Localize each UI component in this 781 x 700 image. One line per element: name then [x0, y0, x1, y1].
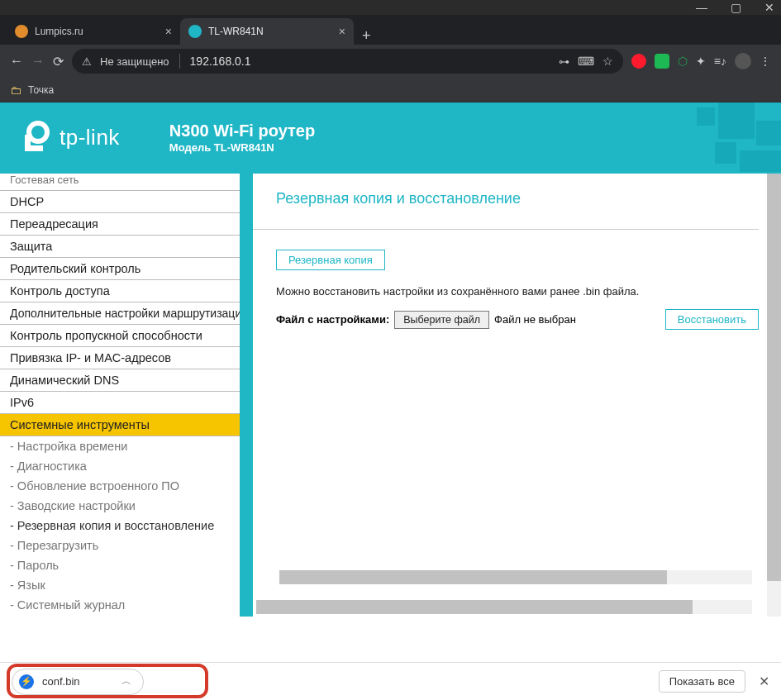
restore-hint: Можно восстановить настройки из сохранён… — [276, 285, 759, 298]
restore-button[interactable]: Восстановить — [665, 309, 759, 330]
tplink-logo: tp-link — [20, 121, 120, 154]
close-icon[interactable]: × — [339, 25, 345, 38]
show-all-downloads-button[interactable]: Показать все — [659, 670, 745, 693]
window-titlebar: — ▢ ✕ — [0, 0, 781, 15]
extension-green-icon[interactable] — [655, 54, 669, 69]
sidebar-item-ipv6[interactable]: IPv6 — [0, 392, 240, 414]
sidebar-item-dhcp[interactable]: DHCP — [0, 191, 240, 213]
folder-icon: 🗀 — [10, 83, 21, 97]
divider — [253, 229, 759, 230]
tab-favicon — [188, 25, 202, 38]
header-decoration — [665, 102, 781, 172]
profile-avatar[interactable] — [735, 53, 751, 69]
reload-button[interactable]: ⟳ — [53, 54, 64, 69]
router-body: Гостевая сеть DHCP Переадресация Защита … — [0, 172, 781, 617]
sidebar-item-routing[interactable]: Дополнительные настройки маршрутизации — [0, 302, 240, 325]
chevron-up-icon[interactable]: ︿ — [121, 674, 131, 688]
download-item[interactable]: ⚡ conf.bin ︿ — [12, 669, 144, 695]
sidebar-item-access[interactable]: Контроль доступа — [0, 280, 240, 302]
download-file-icon: ⚡ — [19, 674, 34, 689]
tplink-logo-mark — [20, 121, 53, 154]
sidebar-item-security[interactable]: Защита — [0, 236, 240, 258]
sidebar-sub-factory[interactable]: - Заводские настройки — [0, 496, 240, 516]
tab-title: TL-WR841N — [208, 26, 264, 37]
restore-row: Файл с настройками: Выберите файл Файл н… — [276, 309, 759, 330]
sidebar-sub-syslog[interactable]: - Системный журнал — [0, 595, 240, 615]
window-minimize[interactable]: — — [696, 1, 707, 14]
new-tab-button[interactable]: + — [354, 27, 379, 45]
browser-tab-1[interactable]: TL-WR841N × — [180, 18, 354, 45]
close-icon[interactable]: × — [165, 25, 172, 38]
tab-strip: Lumpics.ru × TL-WR841N × + — [0, 15, 781, 45]
bookmark-star-icon[interactable]: ☆ — [602, 55, 613, 68]
svg-rect-2 — [25, 145, 43, 151]
security-label: Не защищено — [100, 55, 169, 68]
url-input[interactable] — [190, 55, 550, 68]
page-heading: Резервная копия и восстановление — [276, 190, 759, 207]
window-maximize[interactable]: ▢ — [731, 1, 741, 14]
bookmark-item[interactable]: Точка — [28, 84, 54, 96]
router-product-name: N300 Wi-Fi роутер — [169, 120, 315, 141]
tplink-logo-text: tp-link — [60, 125, 120, 150]
saved-password-icon[interactable]: ⊶ — [559, 55, 569, 68]
sidebar-item-parental[interactable]: Родительский контроль — [0, 258, 240, 280]
sidebar-sub-time[interactable]: - Настройка времени — [0, 436, 240, 456]
content-hscroll-upper[interactable] — [253, 569, 767, 587]
content-panel: Резервная копия и восстановление Резервн… — [253, 174, 767, 617]
sidebar-sub-firmware[interactable]: - Обновление встроенного ПО — [0, 476, 240, 496]
sidebar-item-forwarding[interactable]: Переадресация — [0, 213, 240, 236]
sidebar: Гостевая сеть DHCP Переадресация Защита … — [0, 174, 241, 617]
content-gap — [241, 174, 253, 617]
sidebar-sub-stats[interactable]: - Статистика — [0, 615, 240, 617]
content-wrap: Резервная копия и восстановление Резервн… — [241, 174, 781, 617]
sidebar-sub-reboot[interactable]: - Перезагрузить — [0, 536, 240, 555]
download-filename: conf.bin — [42, 675, 80, 688]
browser-tab-0[interactable]: Lumpics.ru × — [7, 18, 180, 45]
sidebar-item-truncated[interactable]: Гостевая сеть — [0, 174, 240, 191]
extensions-puzzle-icon[interactable]: ✦ — [696, 55, 706, 68]
translate-icon[interactable]: ⌨ — [578, 55, 594, 68]
no-file-text: Файл не выбран — [494, 313, 576, 326]
address-bar[interactable]: ⚠ Не защищено ⊶ ⌨ ☆ — [72, 49, 623, 74]
back-button[interactable]: ← — [10, 54, 23, 69]
sidebar-sub-backup[interactable]: - Резервная копия и восстановление — [0, 516, 240, 536]
sidebar-item-systools[interactable]: Системные инструменты — [0, 414, 240, 436]
tab-title: Lumpics.ru — [35, 26, 83, 37]
forward-button: → — [31, 54, 45, 69]
reading-list-icon[interactable]: ≡♪ — [714, 55, 726, 68]
sidebar-item-ddns[interactable]: Динамический DNS — [0, 369, 240, 392]
sidebar-sub-diag[interactable]: - Диагностика — [0, 456, 240, 476]
bookmarks-bar: 🗀 Точка — [0, 78, 781, 102]
content-vscroll[interactable] — [767, 174, 781, 617]
extension-adblock-icon[interactable]: ⬡ — [678, 55, 688, 68]
separator — [179, 54, 180, 69]
close-icon[interactable]: ✕ — [759, 674, 769, 689]
sidebar-item-ipmac[interactable]: Привязка IP- и MAC-адресов — [0, 347, 240, 369]
window-close[interactable]: ✕ — [764, 1, 774, 14]
tab-favicon — [15, 25, 28, 38]
download-bar: ⚡ conf.bin ︿ Показать все ✕ — [0, 662, 781, 700]
browser-toolbar: ← → ⟳ ⚠ Не защищено ⊶ ⌨ ☆ ⬡ ✦ ≡♪ ⋮ — [0, 45, 781, 78]
extension-opera-icon[interactable] — [631, 54, 646, 69]
router-model: Модель TL-WR841N — [169, 141, 315, 155]
security-warning-icon: ⚠ — [82, 55, 92, 68]
sidebar-sub-password[interactable]: - Пароль — [0, 555, 240, 575]
backup-button[interactable]: Резервная копия — [276, 250, 385, 270]
content-hscroll-lower[interactable] — [253, 598, 767, 617]
browser-menu-icon[interactable]: ⋮ — [760, 55, 771, 68]
file-label: Файл с настройками: — [276, 313, 389, 326]
sidebar-sub-language[interactable]: - Язык — [0, 575, 240, 595]
svg-point-0 — [29, 123, 47, 141]
choose-file-button[interactable]: Выберите файл — [394, 311, 489, 329]
router-header: tp-link N300 Wi-Fi роутер Модель TL-WR84… — [0, 102, 781, 172]
router-title-block: N300 Wi-Fi роутер Модель TL-WR841N — [169, 120, 315, 155]
sidebar-item-bandwidth[interactable]: Контроль пропускной способности — [0, 325, 240, 347]
